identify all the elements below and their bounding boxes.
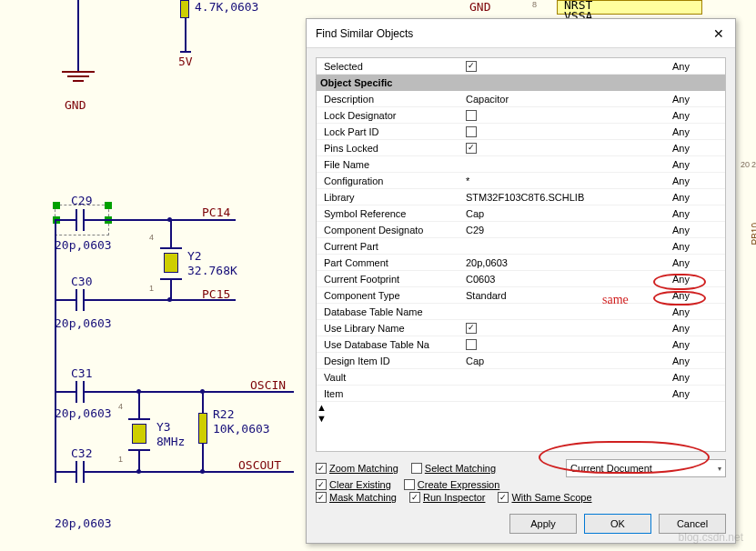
- bottom-value: 20p,0603: [55, 516, 112, 530]
- property-value[interactable]: Cap: [462, 356, 669, 366]
- opt-mask-matching[interactable]: ✓Mask Matching: [316, 492, 397, 503]
- property-constraint[interactable]: Any: [669, 372, 725, 383]
- gnd-label-top: GND: [65, 98, 86, 112]
- property-label: Pins Locked: [317, 143, 462, 154]
- property-row[interactable]: Use Library Name✓Any: [317, 320, 725, 336]
- property-value[interactable]: STM32F103C8T6.SCHLIB: [462, 192, 669, 203]
- property-row[interactable]: Part Comment20p,0603Any: [317, 255, 725, 271]
- row-selected-label: Selected: [317, 61, 462, 72]
- crystal-y3: [128, 418, 150, 451]
- property-label: Component Type: [317, 290, 462, 301]
- property-constraint[interactable]: Any: [669, 159, 725, 170]
- property-value[interactable]: *: [462, 175, 669, 186]
- property-checkbox[interactable]: [466, 110, 477, 121]
- opt-create-expression[interactable]: Create Expression: [404, 479, 500, 490]
- resistor-r-top: [180, 0, 189, 18]
- property-value[interactable]: [462, 339, 669, 350]
- property-value[interactable]: ✓: [462, 143, 669, 154]
- y2-ref: Y2: [187, 249, 202, 263]
- property-constraint[interactable]: Any: [669, 208, 725, 219]
- property-row[interactable]: Database Table NameAny: [317, 304, 725, 320]
- opt-with-same-scope[interactable]: ✓With Same Scope: [498, 492, 591, 503]
- opt-select-matching[interactable]: Select Matching: [411, 463, 496, 474]
- section-object-specific[interactable]: Object Specific: [317, 75, 725, 91]
- property-constraint[interactable]: Any: [669, 257, 725, 268]
- property-value[interactable]: Capacitor: [462, 94, 669, 105]
- property-constraint[interactable]: Any: [669, 143, 725, 154]
- property-row[interactable]: Current PartAny: [317, 238, 725, 255]
- property-row[interactable]: Design Item IDCapAny: [317, 353, 725, 369]
- property-value[interactable]: 20p,0603: [462, 257, 669, 268]
- y2-value: 32.768K: [187, 264, 237, 277]
- property-value[interactable]: [462, 110, 669, 121]
- property-label: Library: [317, 192, 462, 203]
- watermark: blog.csdn.net: [679, 531, 743, 544]
- property-label: Component Designato: [317, 225, 462, 235]
- property-constraint[interactable]: Any: [669, 388, 725, 399]
- property-constraint[interactable]: Any: [669, 94, 725, 105]
- property-value[interactable]: ✓: [462, 323, 669, 334]
- property-constraint[interactable]: Any: [669, 274, 725, 285]
- scroll-up-icon[interactable]: ▲: [317, 402, 725, 413]
- ok-button[interactable]: OK: [584, 514, 651, 534]
- property-constraint[interactable]: Any: [669, 306, 725, 317]
- property-value[interactable]: C29: [462, 225, 669, 235]
- property-value[interactable]: Standard: [462, 290, 669, 301]
- titlebar[interactable]: Find Similar Objects ✕: [307, 19, 735, 48]
- property-row[interactable]: ItemAny: [317, 386, 725, 402]
- property-constraint[interactable]: Any: [669, 225, 725, 235]
- property-constraint[interactable]: Any: [669, 192, 725, 203]
- property-row[interactable]: Component TypeStandardAny: [317, 287, 725, 304]
- property-row[interactable]: LibrarySTM32F103C8T6.SCHLIBAny: [317, 189, 725, 205]
- property-constraint[interactable]: Any: [669, 356, 725, 366]
- property-row[interactable]: Component DesignatoC29Any: [317, 222, 725, 238]
- property-constraint[interactable]: Any: [669, 110, 725, 121]
- property-row[interactable]: DescriptionCapacitorAny: [317, 91, 725, 107]
- property-label: Lock Designator: [317, 110, 462, 121]
- property-constraint[interactable]: Any: [669, 290, 725, 301]
- property-checkbox[interactable]: ✓: [466, 323, 477, 334]
- property-row[interactable]: Current FootprintC0603Any: [317, 271, 725, 287]
- property-row[interactable]: File NameAny: [317, 156, 725, 173]
- selected-checkbox[interactable]: ✓: [466, 61, 477, 72]
- property-row[interactable]: VaultAny: [317, 369, 725, 386]
- property-constraint[interactable]: Any: [669, 126, 725, 137]
- property-constraint[interactable]: Any: [669, 339, 725, 350]
- property-row[interactable]: Pins Locked✓Any: [317, 140, 725, 156]
- property-value[interactable]: C0603: [462, 274, 669, 285]
- property-constraint[interactable]: Any: [669, 241, 725, 252]
- property-label: Part Comment: [317, 257, 462, 268]
- y3-value: 8MHz: [156, 435, 185, 448]
- property-value[interactable]: [462, 126, 669, 137]
- grid-scrollbar[interactable]: ▲ ▼: [317, 402, 725, 424]
- dialog-buttons: Apply OK Cancel: [307, 506, 735, 543]
- c32-ref: C32: [71, 446, 92, 460]
- apply-button[interactable]: Apply: [509, 514, 577, 534]
- property-label: Design Item ID: [317, 356, 462, 366]
- property-row[interactable]: Symbol ReferenceCapAny: [317, 205, 725, 222]
- property-row[interactable]: Use Database Table NaAny: [317, 336, 725, 353]
- close-icon[interactable]: ✕: [708, 26, 730, 41]
- r-top-value: 4.7K,0603: [195, 0, 258, 14]
- opt-zoom-matching[interactable]: ✓Zoom Matching: [316, 463, 398, 474]
- row-selected-constraint[interactable]: Any: [669, 61, 725, 72]
- property-row[interactable]: Lock Part IDAny: [317, 124, 725, 140]
- property-constraint[interactable]: Any: [669, 323, 725, 334]
- opt-run-inspector[interactable]: ✓Run Inspector: [409, 492, 485, 503]
- scroll-down-icon[interactable]: ▼: [317, 413, 725, 424]
- c31-ref: C31: [71, 366, 92, 380]
- property-checkbox[interactable]: [466, 339, 477, 350]
- property-row[interactable]: Lock DesignatorAny: [317, 107, 725, 124]
- property-row[interactable]: Configuration*Any: [317, 173, 725, 189]
- property-label: Use Library Name: [317, 323, 462, 334]
- power-5v: 5V: [178, 55, 193, 68]
- property-checkbox[interactable]: [466, 126, 477, 137]
- properties-grid[interactable]: Selected ✓ Any Object Specific Descripti…: [316, 57, 726, 452]
- property-checkbox[interactable]: ✓: [466, 143, 477, 154]
- property-constraint[interactable]: Any: [669, 175, 725, 186]
- scope-dropdown[interactable]: Current Document▾: [566, 459, 726, 477]
- property-label: Use Database Table Na: [317, 339, 462, 350]
- opt-clear-existing[interactable]: ✓Clear Existing: [316, 479, 391, 490]
- net-oscin: OSCIN: [250, 378, 286, 392]
- property-value[interactable]: Cap: [462, 208, 669, 219]
